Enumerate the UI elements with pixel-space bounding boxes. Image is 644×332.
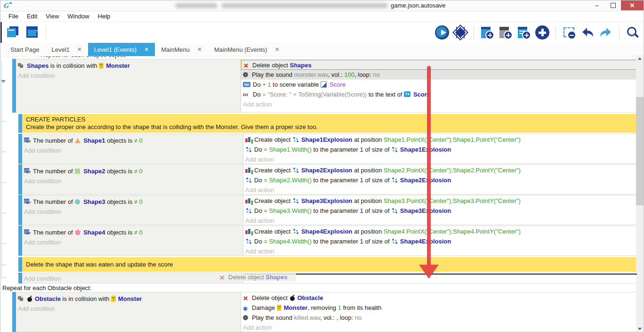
add-action-button[interactable]: Add action	[241, 323, 636, 332]
event-bar	[18, 257, 22, 272]
close-button[interactable]: ✕	[621, 0, 644, 10]
add-external-layout-button[interactable]	[517, 25, 531, 40]
create-object-icon	[245, 137, 252, 143]
tab-close-icon[interactable]: ✕	[275, 46, 280, 53]
add-condition-button[interactable]: Add condition	[22, 237, 243, 247]
add-action-button[interactable]: Add action	[243, 185, 636, 195]
event-bar[interactable]	[18, 226, 22, 256]
tab-close-icon[interactable]: ✕	[197, 46, 202, 53]
scroll-up-icon[interactable]	[636, 55, 644, 62]
action-row[interactable]: Damage Monster, removing 1 from its heal…	[241, 303, 636, 313]
text-segment: Monster	[118, 295, 142, 302]
action-row[interactable]: Play the sound killed.wav, vol.: , loop:…	[241, 313, 636, 323]
add-condition-button[interactable]: Add condition	[22, 207, 243, 217]
tab-mainmenu-events[interactable]: MainMenu (Events)✕	[208, 43, 286, 56]
scene-editor-icon[interactable]	[25, 25, 39, 40]
tab-level1-events[interactable]: Level1 (Events)✕	[88, 43, 155, 56]
comment-block[interactable]: Delete the shape that was eaten and upda…	[18, 257, 637, 272]
debugger-icon[interactable]	[453, 25, 467, 40]
add-new-button[interactable]	[535, 25, 549, 40]
redo-button[interactable]	[599, 25, 613, 40]
scrollbar-thumb[interactable]	[636, 97, 644, 205]
action-row[interactable]: Do = Shape1.Width() to the parameter 1 o…	[243, 145, 636, 154]
text-segment: to scene variable	[271, 81, 321, 88]
minimize-button[interactable]: –	[589, 0, 605, 10]
text-segment: , removing	[307, 304, 338, 311]
menu-window[interactable]: Window	[63, 11, 93, 22]
add-condition-button[interactable]: Add condition	[22, 146, 243, 155]
add-action-button[interactable]: Add action	[243, 274, 636, 283]
condition-row[interactable]: The number of Shape2 objects is ≠ 0	[22, 166, 243, 176]
delete-icon	[219, 274, 226, 280]
action-row[interactable]: Do = Shape2.Width() to the parameter 1 o…	[243, 175, 636, 185]
add-action-button[interactable]: Add action	[243, 216, 636, 226]
condition-row[interactable]: The number of Shape3 objects is ≠ 0	[22, 197, 243, 207]
event-block: Shapes is in collision with MonsterAdd c…	[12, 59, 637, 113]
action-row[interactable]: Delete object Shapes	[241, 60, 636, 70]
tab-close-icon[interactable]: ✕	[144, 46, 149, 53]
condition-row[interactable]: The number of Shape1 objects is ≠ 0	[22, 136, 243, 146]
action-row[interactable]: Create object Shape1Explosion at positio…	[243, 135, 636, 145]
add-external-events-button[interactable]	[499, 25, 513, 40]
add-condition-button[interactable]: Add condition	[16, 304, 241, 314]
event-bar[interactable]	[18, 134, 22, 164]
text-segment: is in collision with	[48, 62, 99, 69]
add-scene-button[interactable]	[480, 25, 494, 40]
event-bar[interactable]	[12, 292, 16, 332]
add-action-button[interactable]: Add action	[243, 246, 636, 256]
create-object-icon	[245, 167, 252, 173]
event-bar[interactable]	[18, 164, 22, 194]
condition-row[interactable]: Shapes is in collision with Monster	[16, 61, 241, 71]
search-icon[interactable]	[626, 25, 640, 40]
event-bar[interactable]	[12, 59, 16, 113]
event-bar[interactable]	[18, 273, 22, 283]
add-action-button[interactable]: Add action	[241, 99, 636, 109]
menu-edit[interactable]: Edit	[23, 11, 41, 22]
add-condition-button[interactable]: Add condition	[22, 176, 243, 186]
text-segment: from its health	[341, 304, 381, 311]
action-row[interactable]: Do = Shape3.Width() to the parameter 1 o…	[243, 206, 636, 216]
text-segment: , loop:	[337, 314, 355, 321]
tab-mainmenu[interactable]: MainMenu✕	[155, 43, 208, 56]
action-row[interactable]: Do = "Score: " + ToString(Variable(Score…	[241, 89, 636, 99]
remove-selection-button[interactable]	[562, 25, 576, 40]
project-manager-icon[interactable]	[6, 25, 20, 40]
text-segment: Do	[254, 238, 264, 245]
condition-row[interactable]: Obstacle is in collision with Monster	[16, 294, 241, 304]
condition-row[interactable]: The number of Shape4 objects is ≠ 0	[22, 227, 243, 237]
add-action-button[interactable]: Add action	[243, 154, 636, 164]
action-row[interactable]: Play the sound monster.wav, vol.: 100, l…	[241, 70, 636, 80]
tab-start-page[interactable]: Start Page	[4, 43, 45, 56]
text-segment: ≠ 0	[134, 198, 143, 205]
action-row[interactable]: Delete object Shapes	[219, 274, 288, 281]
event-foreach-header[interactable]: Repeat for each Obstacle object:	[0, 284, 637, 292]
particle-icon	[292, 198, 299, 204]
events-sheet: Repeat for each Shapes object: Shapes is…	[0, 56, 637, 332]
action-row[interactable]: Create object Shape4Explosion at positio…	[243, 227, 636, 236]
menu-view[interactable]: View	[41, 11, 63, 22]
restore-button[interactable]	[605, 0, 621, 10]
text-segment: to the parameter 1 of size of	[312, 177, 391, 184]
text-segment: Do	[253, 91, 262, 98]
add-condition-button[interactable]: Add condition	[22, 274, 243, 283]
action-row[interactable]: Create object Shape3Explosion at positio…	[243, 196, 636, 206]
play-button[interactable]	[435, 25, 449, 40]
particle-icon	[245, 177, 252, 183]
undo-button[interactable]	[580, 25, 595, 40]
action-row[interactable]: Do = Shape4.Width() to the parameter 1 o…	[243, 236, 636, 246]
action-row[interactable]: Delete object Obstacle	[241, 293, 636, 303]
tab-level1[interactable]: Level1✕	[45, 43, 88, 56]
add-condition-button[interactable]: Add condition	[16, 71, 241, 81]
comment-block[interactable]: CREATE PARTICLES Create the proper one a…	[18, 114, 637, 133]
text-segment: = Shape4.Width()	[264, 238, 312, 245]
delete-icon	[243, 295, 250, 301]
scroll-down-icon[interactable]	[636, 325, 644, 332]
action-row[interactable]: Create object Shape2Explosion at positio…	[243, 165, 636, 175]
menu-help[interactable]: Help	[94, 11, 115, 22]
event-bar[interactable]	[18, 195, 22, 225]
particle-icon	[391, 146, 398, 153]
tab-close-icon[interactable]: ✕	[77, 46, 82, 53]
menu-file[interactable]: File	[4, 11, 23, 22]
action-row[interactable]: Do + 1 to scene variable Score	[241, 80, 636, 89]
app-logo-icon: G	[4, 2, 11, 9]
